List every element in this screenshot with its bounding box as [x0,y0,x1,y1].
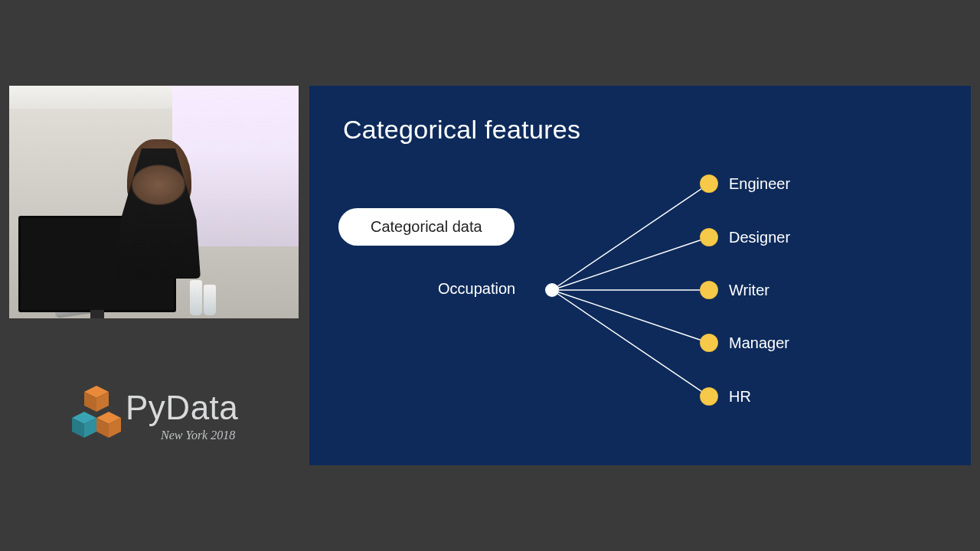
water-bottle [204,285,216,315]
tree-leaf: Writer [700,281,769,299]
leaf-dot-icon [700,387,718,406]
leaf-dot-icon [700,174,718,193]
pydata-logo-subtitle: New York 2018 [161,429,235,442]
svg-line-9 [552,184,709,290]
tree-leaf: Manager [700,334,789,352]
svg-line-10 [552,237,709,290]
tree-root-label: Occupation [438,280,515,298]
logo-suffix: Data [165,389,238,426]
slide-title: Categorical features [343,115,580,145]
tree-leaf: HR [700,387,751,406]
video-frame: PyData New York 2018 Categorical feature… [0,0,980,551]
pydata-logo-icon [69,378,124,452]
leaf-dot-icon [700,334,718,352]
leaf-label: Engineer [729,175,790,193]
leaf-label: Manager [729,334,789,352]
tree-leaf: Designer [700,228,790,246]
pydata-logo: PyData New York 2018 [69,372,253,464]
presentation-slide: Categorical features Categorical data Oc… [309,86,971,465]
leaf-dot-icon [700,228,718,246]
leaf-dot-icon [700,281,718,299]
svg-line-12 [552,290,709,343]
leaf-label: HR [729,388,751,406]
logo-prefix: Py [126,389,165,426]
tree-edges [539,159,952,450]
category-tree-diagram: Engineer Designer Writer Manager HR [539,159,952,450]
leaf-label: Writer [729,282,769,299]
water-bottle [190,280,202,315]
presenter-camera-view [9,86,299,318]
svg-line-13 [552,290,709,396]
leaf-label: Designer [729,229,790,246]
tree-leaf: Engineer [700,174,790,193]
categorical-data-pill: Categorical data [338,208,514,246]
pydata-logo-text: PyData [126,389,238,427]
